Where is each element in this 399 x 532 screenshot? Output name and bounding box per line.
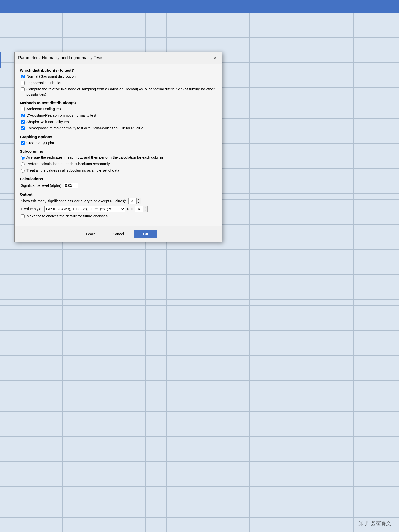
calculations-section-header: Calculations [20, 177, 217, 181]
dialog-content: Which distribution(s) to test? Normal (G… [15, 64, 222, 226]
single-set-radio-row: Treat all the values in all subcolumns a… [20, 168, 217, 173]
average-radio-row: Average the replicates in each row, and … [20, 155, 217, 160]
close-button[interactable]: × [212, 55, 218, 61]
lognormal-checkbox[interactable] [21, 81, 25, 85]
default-checkbox[interactable] [21, 214, 25, 218]
methods-section-header: Methods to test distribution(s) [20, 101, 217, 105]
each-subcolumn-radio-label[interactable]: Perform calculations on each subcolumn s… [26, 162, 110, 167]
dagostino-checkbox[interactable] [21, 114, 25, 117]
n-up-arrow[interactable]: ▲ [143, 206, 147, 209]
anderson-checkbox-row: Anderson-Darling test [20, 107, 217, 112]
shapiro-label[interactable]: Shapiro-Wilk normality test [26, 119, 70, 125]
watermark: 知乎 @霍睿文 [358, 520, 391, 527]
digits-arrows: ▲ ▼ [136, 198, 141, 204]
relative-likelihood-checkbox[interactable] [21, 87, 25, 91]
each-subcolumn-radio[interactable] [21, 162, 25, 166]
anderson-label[interactable]: Anderson-Darling test [26, 107, 62, 112]
button-divider [15, 222, 222, 222]
n-arrows: ▲ ▼ [143, 206, 147, 212]
lognormal-checkbox-row: Lognormal distribution [20, 81, 217, 86]
relative-likelihood-checkbox-row: Compute the relative likelihood of sampl… [20, 87, 217, 97]
normal-label[interactable]: Normal (Gaussian) distribution [26, 74, 76, 79]
digits-label: Show this many significant digits (for e… [21, 199, 126, 203]
normal-checkbox[interactable] [21, 75, 25, 78]
kolmogorov-checkbox[interactable] [21, 126, 25, 130]
dagostino-checkbox-row: D'Agostino-Pearson omnibus normality tes… [20, 113, 217, 118]
anderson-checkbox[interactable] [21, 107, 25, 111]
digits-row: Show this many significant digits (for e… [20, 198, 217, 204]
dagostino-label[interactable]: D'Agostino-Pearson omnibus normality tes… [26, 113, 96, 118]
cancel-button[interactable]: Cancel [107, 230, 130, 238]
graphing-section-header: Graphing options [20, 135, 217, 139]
pvalue-select[interactable]: GP: 0.1234 (ns), 0.0332 (*), 0.0021 (**)… [44, 206, 125, 212]
digits-spinner: ▲ ▼ [128, 198, 141, 204]
qq-plot-checkbox[interactable] [21, 141, 25, 145]
n-equals-label: N = [127, 207, 133, 211]
n-input[interactable] [135, 206, 143, 212]
default-checkbox-row: Make these choices the default for futur… [20, 214, 217, 218]
dialog-window: Parameters: Normality and Lognormality T… [14, 52, 222, 242]
distribution-section-header: Which distribution(s) to test? [20, 68, 217, 72]
alpha-label: Significance level (alpha) [21, 183, 61, 188]
alpha-row: Significance level (alpha) [20, 183, 217, 188]
dialog-title: Parameters: Normality and Lognormality T… [18, 56, 103, 60]
n-spinner: ▲ ▼ [135, 206, 148, 212]
n-down-arrow[interactable]: ▼ [143, 209, 147, 212]
dialog-titlebar: Parameters: Normality and Lognormality T… [15, 52, 222, 64]
relative-likelihood-label[interactable]: Compute the relative likelihood of sampl… [26, 87, 217, 97]
digits-input[interactable] [129, 198, 136, 204]
qq-plot-checkbox-row: Create a QQ plot [20, 141, 217, 146]
digits-up-arrow[interactable]: ▲ [137, 198, 141, 201]
each-subcolumn-radio-row: Perform calculations on each subcolumn s… [20, 162, 217, 167]
button-bar: Learn Cancel OK [15, 226, 222, 242]
alpha-input[interactable] [64, 183, 78, 188]
subcolumns-section-header: Subcolumns [20, 149, 217, 154]
qq-plot-label[interactable]: Create a QQ plot [26, 141, 54, 146]
average-radio-label[interactable]: Average the replicates in each row, and … [26, 155, 163, 160]
kolmogorov-checkbox-row: Kolmogorov-Smirnov normality test with D… [20, 126, 217, 131]
single-set-radio-label[interactable]: Treat all the values in all subcolumns a… [26, 168, 119, 173]
pvalue-row: P value style: GP: 0.1234 (ns), 0.0332 (… [20, 206, 217, 212]
kolmogorov-label[interactable]: Kolmogorov-Smirnov normality test with D… [26, 126, 143, 131]
dialog-left-accent [0, 52, 1, 68]
shapiro-checkbox-row: Shapiro-Wilk normality test [20, 119, 217, 125]
ok-button[interactable]: OK [134, 230, 157, 238]
learn-button[interactable]: Learn [79, 230, 102, 238]
output-section-header: Output [20, 192, 217, 196]
normal-checkbox-row: Normal (Gaussian) distribution [20, 74, 217, 79]
digits-down-arrow[interactable]: ▼ [137, 201, 141, 204]
pvalue-label: P value style: [21, 207, 42, 211]
lognormal-label[interactable]: Lognormal distribution [26, 81, 62, 86]
average-radio[interactable] [21, 156, 25, 160]
default-label[interactable]: Make these choices the default for futur… [26, 214, 109, 218]
shapiro-checkbox[interactable] [21, 120, 25, 124]
spreadsheet-header [0, 0, 399, 13]
single-set-radio[interactable] [21, 169, 25, 173]
